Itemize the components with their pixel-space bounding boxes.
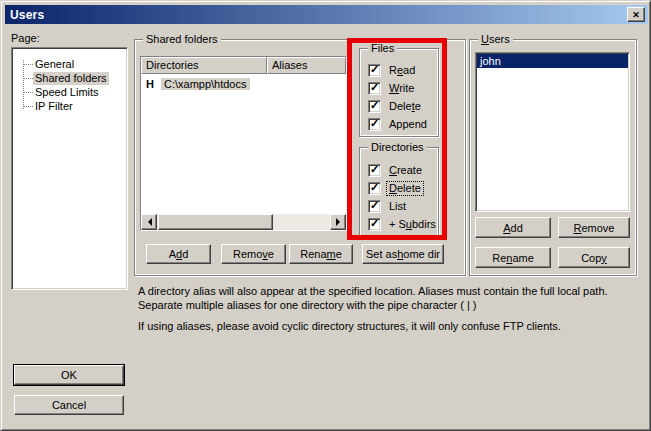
- window-title: Users: [10, 8, 44, 22]
- home-flag: H: [146, 78, 154, 90]
- help-paragraph-cyclic: If using aliases, please avoid cyclic di…: [138, 319, 644, 333]
- check-icon: ✓: [370, 64, 379, 75]
- directory-path: C:\xampp\htdocs: [161, 78, 250, 90]
- directories-group: Directories ✓ Create ✓ Delete ✓ List ✓ +…: [359, 147, 439, 237]
- checkbox-label: Delete: [387, 100, 423, 113]
- check-icon: ✓: [370, 164, 379, 175]
- tree-branch-icon: [23, 64, 33, 65]
- scroll-left-button[interactable]: [141, 214, 157, 230]
- checkbox-label: Create: [387, 164, 424, 177]
- checkbox-create[interactable]: ✓ Create: [368, 163, 424, 177]
- checkbox-label: List: [387, 200, 408, 213]
- add-directory-button[interactable]: Add: [146, 244, 211, 264]
- scroll-right-icon: [336, 218, 344, 226]
- checkbox-subdirs[interactable]: ✓ + Subdirs: [368, 217, 438, 231]
- users-dialog: Users ✕ Page: General Shared folders Spe…: [0, 0, 651, 431]
- checkbox-delete-file[interactable]: ✓ Delete: [368, 99, 423, 113]
- checkbox-delete-dir[interactable]: ✓ Delete: [368, 181, 423, 195]
- tree-item-speed-limits[interactable]: Speed Limits: [12, 85, 127, 99]
- checkbox-box: ✓: [368, 218, 381, 231]
- check-icon: ✓: [370, 100, 379, 111]
- tree-item-label: Speed Limits: [33, 86, 101, 99]
- table-row[interactable]: H C:\xampp\htdocs: [141, 76, 346, 91]
- checkbox-box: ✓: [368, 64, 381, 77]
- column-header-directories[interactable]: Directories: [141, 57, 267, 74]
- titlebar[interactable]: Users ✕: [5, 5, 648, 24]
- tree-item-shared-folders[interactable]: Shared folders: [12, 71, 127, 85]
- checkbox-label: Write: [387, 82, 416, 95]
- help-text: A directory alias will also appear at th…: [138, 284, 644, 333]
- rename-directory-button[interactable]: Rename: [289, 244, 353, 264]
- page-tree: General Shared folders Speed Limits IP F…: [11, 47, 128, 290]
- scroll-left-icon: [144, 218, 152, 226]
- shared-folders-group-label: Shared folders: [143, 33, 221, 46]
- listview-body: H C:\xampp\htdocs: [141, 74, 346, 214]
- close-button[interactable]: ✕: [627, 7, 645, 22]
- checkbox-list[interactable]: ✓ List: [368, 199, 408, 213]
- remove-directory-button[interactable]: Remove: [221, 244, 286, 264]
- ok-button[interactable]: OK: [14, 365, 124, 385]
- checkbox-label-focused: Delete: [387, 182, 423, 195]
- help-paragraph-aliases: A directory alias will also appear at th…: [138, 284, 644, 312]
- add-user-button[interactable]: Add: [475, 217, 551, 238]
- tree-item-label: IP Filter: [33, 100, 75, 113]
- check-icon: ✓: [370, 118, 379, 129]
- checkbox-box: ✓: [368, 118, 381, 131]
- tree-branch-icon: [23, 92, 33, 93]
- close-icon: ✕: [632, 10, 640, 20]
- listview-header: Directories Aliases: [141, 57, 346, 74]
- files-group: Files ✓ Read ✓ Write ✓ Delete ✓ Append: [359, 48, 439, 137]
- check-icon: ✓: [370, 200, 379, 211]
- checkbox-box: ✓: [368, 164, 381, 177]
- scroll-right-button[interactable]: [330, 214, 346, 230]
- directories-listview: Directories Aliases H C:\xampp\htdocs: [140, 56, 347, 231]
- checkbox-read[interactable]: ✓ Read: [368, 63, 417, 77]
- copy-user-button[interactable]: Copy: [558, 247, 630, 268]
- checkbox-box: ✓: [368, 100, 381, 113]
- tree-item-general[interactable]: General: [12, 57, 127, 71]
- users-listbox[interactable]: john: [475, 52, 630, 212]
- check-icon: ✓: [370, 218, 379, 229]
- tree-branch-icon: [23, 106, 33, 107]
- checkbox-box: ✓: [368, 182, 381, 195]
- column-header-aliases[interactable]: Aliases: [267, 57, 346, 74]
- tree-branch-icon: [23, 78, 33, 79]
- directories-group-label: Directories: [368, 141, 427, 154]
- checkbox-label: Append: [387, 118, 429, 131]
- set-as-home-dir-button[interactable]: Set as home dir: [362, 244, 444, 264]
- files-group-label: Files: [368, 42, 397, 55]
- check-icon: ✓: [370, 82, 379, 93]
- check-icon: ✓: [370, 182, 379, 193]
- horizontal-scrollbar[interactable]: [141, 214, 346, 230]
- checkbox-box: ✓: [368, 82, 381, 95]
- rename-user-button[interactable]: Rename: [475, 247, 551, 268]
- checkbox-append[interactable]: ✓ Append: [368, 117, 429, 131]
- scrollbar-thumb[interactable]: [158, 214, 273, 230]
- tree-item-label: Shared folders: [33, 72, 109, 85]
- tree-item-ip-filter[interactable]: IP Filter: [12, 99, 127, 113]
- checkbox-box: ✓: [368, 200, 381, 213]
- cancel-button[interactable]: Cancel: [14, 395, 124, 415]
- checkbox-label: Read: [387, 64, 417, 77]
- list-item-user[interactable]: john: [477, 54, 628, 68]
- tree-item-label: General: [33, 58, 76, 71]
- users-group-label: Users: [478, 33, 513, 46]
- checkbox-label: + Subdirs: [387, 218, 438, 231]
- page-label: Page:: [11, 32, 40, 44]
- remove-user-button[interactable]: Remove: [558, 217, 630, 238]
- users-group: Users john Add Remove Rename Copy: [469, 39, 637, 276]
- checkbox-write[interactable]: ✓ Write: [368, 81, 416, 95]
